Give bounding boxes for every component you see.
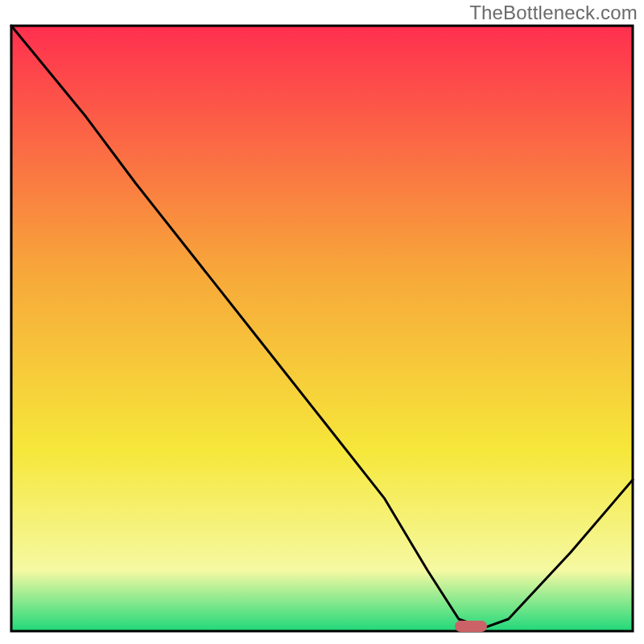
gradient-background	[11, 26, 633, 631]
sweet-spot-marker	[455, 621, 487, 632]
bottleneck-chart	[8, 23, 636, 634]
chart-frame	[8, 23, 636, 634]
watermark-text: TheBottleneck.com	[469, 2, 638, 24]
